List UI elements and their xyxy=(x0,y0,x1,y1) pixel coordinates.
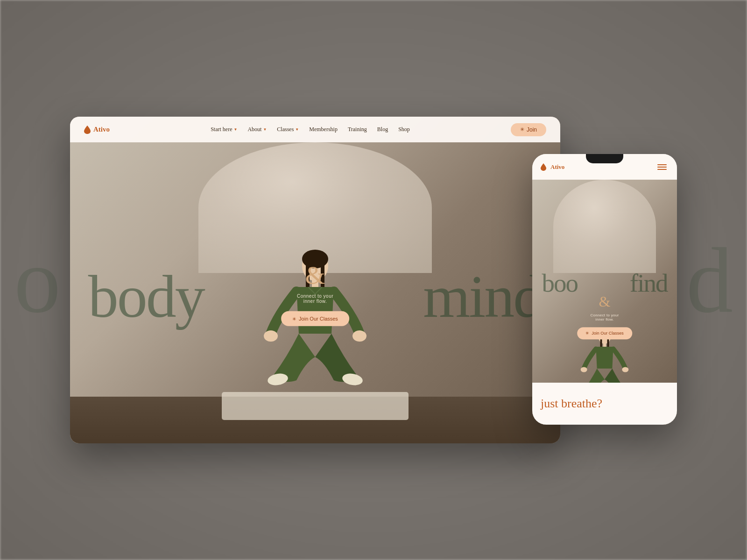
chevron-down-icon: ▼ xyxy=(233,127,237,132)
svg-point-14 xyxy=(581,367,587,372)
hamburger-line-2 xyxy=(657,167,667,168)
sun-icon-cta: ✳ xyxy=(292,316,296,321)
desktop-navbar: Ativo Start here ▼ About ▼ Classes ▼ Mem… xyxy=(70,117,560,142)
nav-link-classes[interactable]: Classes ▼ xyxy=(277,126,299,133)
hamburger-line-3 xyxy=(657,169,667,170)
mobile-join-classes-button[interactable]: ✳ Join Our Classes xyxy=(577,327,632,339)
mobile-menu-button[interactable] xyxy=(655,162,669,172)
mobile-notch xyxy=(586,154,623,163)
nav-link-about[interactable]: About ▼ xyxy=(247,126,267,133)
nav-link-start-here[interactable]: Start here ▼ xyxy=(211,126,237,133)
mobile-logo[interactable]: Ativo xyxy=(541,163,564,171)
nav-link-shop[interactable]: Shop xyxy=(398,126,410,133)
desktop-join-button[interactable]: ✳ Join xyxy=(511,123,546,136)
desktop-hero-center: & Connect to your inner flow. ✳ Join Our… xyxy=(281,260,349,326)
chevron-down-icon: ▼ xyxy=(295,127,299,132)
desktop-hero-ampersand: & xyxy=(281,260,349,290)
desktop-logo[interactable]: Ativo xyxy=(84,126,110,134)
desktop-nav-links: Start here ▼ About ▼ Classes ▼ Membershi… xyxy=(110,126,511,133)
desktop-join-classes-button[interactable]: ✳ Join Our Classes xyxy=(281,311,349,326)
chevron-down-icon: ▼ xyxy=(263,127,267,132)
mobile-hero-center: & Connect to your inner flow. ✳ Join Our… xyxy=(577,293,632,339)
mobile-logo-droplet-icon xyxy=(541,163,546,171)
mobile-bottom-section: just breathe? xyxy=(532,383,677,425)
desktop-hero-subtitle: Connect to your inner flow. xyxy=(281,294,349,304)
mobile-hero-ampersand: & xyxy=(577,293,632,310)
sun-icon: ✳ xyxy=(520,126,524,133)
nav-link-training[interactable]: Training xyxy=(348,126,367,133)
hamburger-line-1 xyxy=(657,164,667,165)
mobile-hero-big-text: boo find xyxy=(532,270,677,295)
svg-point-5 xyxy=(264,330,278,342)
svg-point-15 xyxy=(622,367,628,372)
mobile-sun-icon: ✳ xyxy=(585,331,589,336)
desktop-mockup: Ativo Start here ▼ About ▼ Classes ▼ Mem… xyxy=(70,117,560,443)
hero-mind-text: mind xyxy=(423,263,542,330)
mobile-marble-wall xyxy=(553,180,656,273)
hero-body-text: body xyxy=(88,263,204,330)
desktop-hero: body mind xyxy=(70,117,560,443)
scene-container: Ativo Start here ▼ About ▼ Classes ▼ Mem… xyxy=(70,117,677,443)
mobile-cursive-text: just breathe? xyxy=(541,397,602,411)
svg-point-6 xyxy=(352,330,366,342)
mobile-hero-subtitle: Connect to your inner flow. xyxy=(577,313,632,322)
nav-link-membership[interactable]: Membership xyxy=(309,126,338,133)
desktop-logo-text: Ativo xyxy=(93,126,110,133)
mobile-logo-text: Ativo xyxy=(550,163,564,171)
mobile-mockup: Ativo boo find xyxy=(532,154,677,425)
nav-link-blog[interactable]: Blog xyxy=(377,126,388,133)
logo-droplet-icon xyxy=(84,126,91,134)
